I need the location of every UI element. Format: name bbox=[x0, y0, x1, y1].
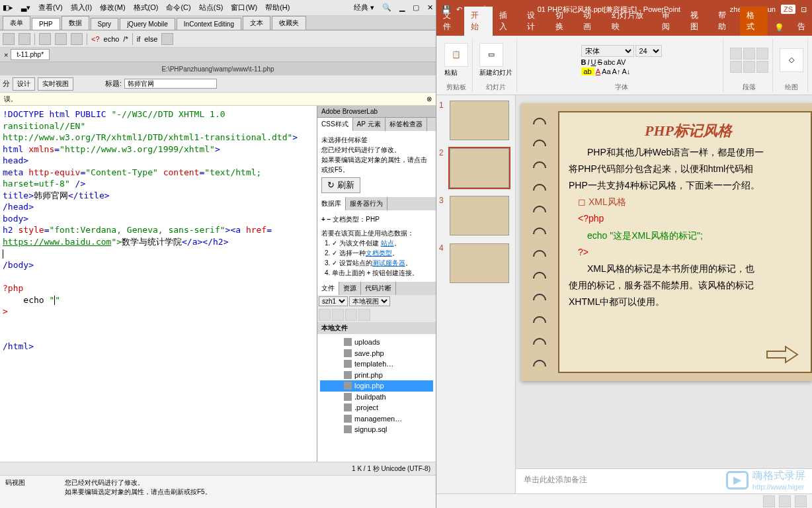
menu-view[interactable]: 查看(V) bbox=[38, 3, 63, 13]
paste-button[interactable]: 📋 bbox=[444, 43, 468, 67]
site-link[interactable]: 站点 bbox=[381, 239, 394, 247]
thumb-4[interactable] bbox=[450, 243, 509, 283]
code-editor[interactable]: !DOCTYPE html PUBLIC "-//W3C//DTD XHTML … bbox=[0, 106, 317, 462]
slide-content[interactable]: PHP标记风格 PHP和其他几种Web语言一样，都是使用一 将PHP代码部分包含… bbox=[558, 111, 812, 373]
tool-icon[interactable] bbox=[71, 33, 83, 45]
bullets-icon[interactable] bbox=[730, 48, 742, 60]
php-open-icon[interactable]: <? bbox=[91, 35, 100, 43]
tab-home[interactable]: 开始 bbox=[464, 7, 492, 36]
comment-icon[interactable]: /* bbox=[123, 35, 128, 43]
tab-review[interactable]: 审阅 bbox=[655, 7, 683, 36]
file-tab[interactable]: t-11.php* bbox=[11, 49, 50, 60]
tool-icon[interactable] bbox=[161, 33, 173, 45]
testserver-link[interactable]: 测试服务器 bbox=[372, 259, 405, 267]
view-sorter-icon[interactable] bbox=[779, 495, 791, 507]
tab-data[interactable]: 数据 bbox=[61, 16, 89, 30]
file-tool-icon[interactable] bbox=[332, 309, 344, 321]
tab-jquery[interactable]: jQuery Mobile bbox=[120, 18, 175, 30]
tab-design[interactable]: 设计 bbox=[520, 7, 548, 36]
numbering-icon[interactable] bbox=[743, 48, 755, 60]
tab-ap[interactable]: AP 元素 bbox=[353, 118, 386, 131]
menu-command[interactable]: 命令(C) bbox=[166, 3, 190, 13]
shrink-icon[interactable]: A↓ bbox=[622, 67, 630, 75]
tab-animations[interactable]: 动画 bbox=[577, 7, 604, 36]
user-avatar[interactable]: ZS bbox=[781, 5, 795, 14]
tab-files[interactable]: 文件 bbox=[317, 282, 339, 295]
file-tree[interactable]: uploads save.php templateh… print.php lo… bbox=[317, 334, 436, 462]
tab-incontext[interactable]: InContext Editing bbox=[177, 18, 241, 30]
layout-dropdown[interactable]: 经典 ▾ bbox=[354, 3, 374, 13]
tab-php[interactable]: PHP bbox=[32, 18, 60, 30]
close-file-icon[interactable]: × bbox=[4, 51, 8, 59]
site-select[interactable]: szh1 bbox=[319, 296, 348, 306]
menu-modify[interactable]: 修改(M) bbox=[100, 3, 126, 13]
tool-icon[interactable] bbox=[39, 33, 51, 45]
shadow-button[interactable]: abc bbox=[604, 58, 616, 66]
bold-button[interactable]: B bbox=[581, 58, 587, 66]
font-select[interactable]: 宋体 bbox=[581, 45, 634, 57]
file-tool-icon[interactable] bbox=[319, 309, 331, 321]
spacing-button[interactable]: AV bbox=[617, 58, 626, 66]
tab-server[interactable]: 服务器行为 bbox=[346, 197, 387, 210]
tab-text[interactable]: 文本 bbox=[243, 16, 270, 30]
menu-format[interactable]: 格式(O) bbox=[134, 3, 159, 13]
tab-transitions[interactable]: 切换 bbox=[549, 7, 577, 36]
tab-form[interactable]: 表单 bbox=[3, 16, 30, 30]
indent-icon[interactable] bbox=[756, 48, 768, 60]
view-normal-icon[interactable] bbox=[763, 495, 775, 507]
title-input[interactable] bbox=[124, 79, 217, 89]
slide[interactable]: PHP标记风格 PHP和其他几种Web语言一样，都是使用一 将PHP代码部分包含… bbox=[521, 103, 812, 381]
if-btn[interactable]: if bbox=[137, 35, 141, 43]
menu-help[interactable]: 帮助(H) bbox=[265, 3, 290, 13]
tab-slideshow[interactable]: 幻灯片放映 bbox=[605, 7, 655, 36]
highlight-button[interactable]: ab bbox=[581, 67, 594, 75]
tool-icon[interactable] bbox=[19, 33, 30, 45]
tool-icon[interactable] bbox=[55, 33, 67, 45]
thumb-1[interactable] bbox=[450, 101, 509, 140]
align-left-icon[interactable] bbox=[730, 61, 742, 73]
menu-site[interactable]: 站点(S) bbox=[199, 3, 223, 13]
italic-button[interactable]: I bbox=[587, 58, 589, 66]
live-btn[interactable]: 实时视图 bbox=[38, 77, 73, 91]
tab-css[interactable]: CSS样式 bbox=[317, 118, 353, 131]
tab-insert[interactable]: 插入 bbox=[493, 7, 520, 36]
tab-fav[interactable]: 收藏夹 bbox=[272, 16, 306, 30]
close-icon[interactable]: ✕ bbox=[427, 3, 433, 12]
tab-file[interactable]: 文件 bbox=[436, 7, 464, 36]
shapes-button[interactable]: ◇ bbox=[780, 48, 803, 72]
slide-title[interactable]: PHP标记风格 bbox=[569, 118, 808, 144]
grow-icon[interactable]: A↑ bbox=[612, 67, 621, 75]
file-tool-icon[interactable] bbox=[358, 309, 370, 321]
align-right-icon[interactable] bbox=[756, 61, 768, 73]
tab-help[interactable]: 帮助 bbox=[711, 7, 739, 36]
thumb-2[interactable] bbox=[450, 148, 509, 188]
new-slide-button[interactable]: ▭ bbox=[479, 43, 503, 67]
view-select[interactable]: 本地视图 bbox=[349, 296, 390, 306]
view-reading-icon[interactable] bbox=[795, 495, 807, 507]
align-center-icon[interactable] bbox=[743, 61, 755, 73]
menu-insert[interactable]: 插入(I) bbox=[71, 3, 92, 13]
tab-database[interactable]: 数据库 bbox=[317, 197, 346, 210]
minimize-icon[interactable]: ⊡ bbox=[801, 5, 807, 14]
tab-snippets[interactable]: 代码片断 bbox=[361, 282, 396, 295]
tab-spry[interactable]: Spry bbox=[91, 18, 119, 30]
file-tool-icon[interactable] bbox=[345, 309, 357, 321]
maximize-icon[interactable]: ▢ bbox=[413, 3, 419, 12]
notes-pane[interactable]: 单击此处添加备注 bbox=[516, 468, 812, 493]
split-btn[interactable]: 分 bbox=[3, 79, 10, 89]
tool-icon[interactable] bbox=[3, 33, 15, 45]
thumb-3[interactable] bbox=[450, 196, 509, 235]
else-btn[interactable]: else bbox=[144, 35, 157, 43]
underline-button[interactable]: U bbox=[591, 58, 596, 66]
minimize-icon[interactable]: ▁ bbox=[399, 3, 405, 12]
slide-canvas[interactable]: PHP标记风格 PHP和其他几种Web语言一样，都是使用一 将PHP代码部分包含… bbox=[516, 95, 812, 468]
tab-tell[interactable]: 告 bbox=[791, 18, 812, 36]
refresh-btn[interactable]: ↻ 刷新 bbox=[321, 177, 360, 193]
search-icon[interactable]: 🔍 bbox=[382, 3, 391, 12]
fontsize-select[interactable]: 24 bbox=[635, 45, 662, 57]
menu-window[interactable]: 窗口(W) bbox=[231, 3, 257, 13]
tab-view[interactable]: 视图 bbox=[684, 7, 711, 36]
strike-button[interactable]: S bbox=[597, 58, 602, 66]
tab-format[interactable]: 格式 bbox=[740, 7, 768, 36]
close-error-icon[interactable]: ⊗ bbox=[426, 95, 432, 103]
